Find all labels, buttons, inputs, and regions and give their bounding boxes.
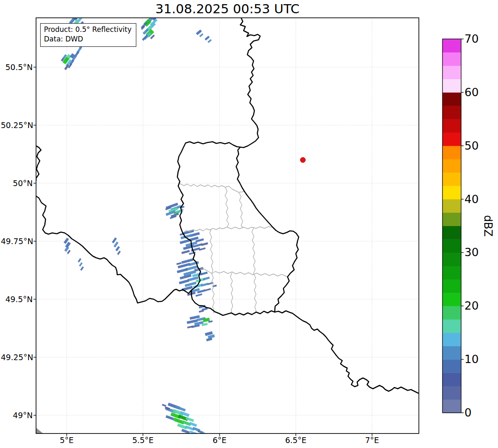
colorbar-tick-label: 20 [464, 299, 479, 313]
colorbar-segment [442, 159, 461, 173]
colorbar-tick-label: 40 [464, 192, 479, 206]
colorbar-segment [442, 386, 461, 400]
colorbar-segment [442, 306, 461, 320]
colorbar [442, 39, 464, 413]
colorbar-segment [442, 346, 461, 360]
product-annotation-box: Product: 0.5° Reflectivity Data: DWD [40, 23, 136, 47]
y-tick-label: 49.5°N [1, 294, 33, 304]
x-tick-label: 5°E [48, 436, 85, 445]
colorbar-segment [442, 373, 461, 386]
radar-site-marker [300, 157, 305, 162]
data-source-label: Data: DWD [44, 34, 132, 44]
colorbar-tick-label: 50 [464, 139, 479, 153]
x-tick-label: 7°E [353, 436, 391, 445]
colorbar-tick-label: 10 [464, 352, 479, 366]
colorbar-axis-label: dBZ [471, 209, 498, 242]
colorbar-segment [442, 333, 461, 346]
y-tick-label: 50.25°N [1, 120, 33, 130]
product-label: Product: 0.5° Reflectivity [44, 25, 132, 34]
colorbar-segment [442, 279, 461, 293]
colorbar-segment [442, 172, 461, 186]
y-tick-label: 50°N [1, 178, 33, 188]
colorbar-segment [442, 359, 461, 373]
colorbar-segment [442, 199, 461, 213]
colorbar-tick-label: 60 [464, 85, 479, 99]
y-tick-label: 49°N [1, 410, 33, 420]
y-tick-label: 50.5°N [1, 62, 33, 72]
colorbar-tick-label: 0 [464, 406, 471, 420]
colorbar-segment [442, 400, 461, 413]
colorbar-segment [442, 320, 461, 333]
colorbar-segment [442, 266, 461, 280]
colorbar-segment [442, 252, 461, 266]
x-tick-label: 6°E [201, 436, 238, 445]
colorbar-segment [442, 226, 461, 240]
colorbar-segment [442, 119, 461, 133]
figure-title: 31.08.2025 00:53 UTC [36, 1, 419, 16]
colorbar-tick-label: 70 [464, 32, 479, 46]
colorbar-segment [442, 213, 461, 226]
colorbar-unit-text: dBZ [482, 215, 494, 237]
colorbar-segment [442, 79, 461, 93]
colorbar-segment [442, 65, 461, 79]
colorbar-segment [442, 52, 461, 66]
x-tick-label: 5.5°E [124, 436, 162, 445]
colorbar-segment [442, 133, 461, 146]
colorbar-segment [442, 92, 461, 106]
y-tick-label: 49.75°N [1, 236, 33, 246]
colorbar-segment [442, 106, 461, 119]
radar-figure: 31.08.2025 00:53 UTC Product: 0.5° Refle… [0, 0, 498, 448]
colorbar-segment [442, 239, 461, 253]
x-tick-label: 6.5°E [277, 436, 314, 445]
colorbar-segment [442, 186, 461, 199]
colorbar-segment [442, 146, 461, 160]
radar-map-canvas [0, 0, 498, 448]
colorbar-segment [442, 293, 461, 306]
y-tick-label: 49.25°N [1, 352, 33, 362]
colorbar-tick-label: 30 [464, 245, 479, 259]
colorbar-segment [442, 39, 461, 53]
